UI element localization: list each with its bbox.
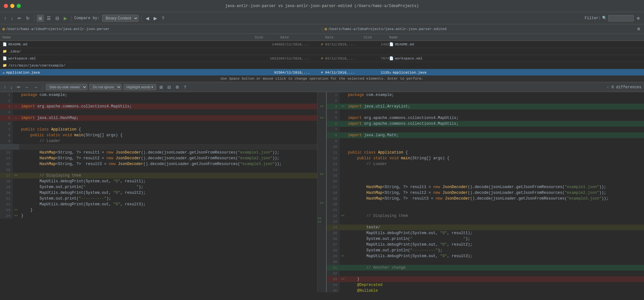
diff-help-btn[interactable]: ? xyxy=(182,84,187,90)
maximize-button[interactable] xyxy=(17,4,21,8)
line-gutter xyxy=(340,144,346,150)
gutter-line xyxy=(318,194,326,200)
line-content: HashMap<String, ?> result2 = new JsonDec… xyxy=(346,190,644,196)
filter-settings-button[interactable]: ⊕ xyxy=(635,15,641,21)
file-row-selected[interactable]: ☕ Application.java 925 04/11/2018,... ≠ … xyxy=(0,69,644,75)
list-view-btn[interactable]: ☰ xyxy=(45,15,52,22)
gutter-line xyxy=(318,121,326,127)
search-icon: 🔍 xyxy=(602,16,607,20)
line-gutter xyxy=(13,109,19,115)
compare-by-select[interactable]: Binary Content xyxy=(102,15,139,22)
ignore-selector[interactable]: Do not ignore xyxy=(89,84,122,90)
right-file-size: 1135 xyxy=(364,71,389,75)
line-number: 27 xyxy=(327,242,340,248)
filter-input[interactable] xyxy=(608,15,634,21)
diff-nav-up[interactable]: ↑ xyxy=(3,84,7,90)
line-number: 6 xyxy=(0,121,13,127)
file-row[interactable]: 📄 README.md 1406 02/11/2018,... ≠ 03/11/… xyxy=(0,41,644,48)
file-row[interactable]: 📁 .idea/ xyxy=(0,48,644,55)
refresh-button[interactable]: ↻ xyxy=(24,15,31,22)
line-number: 26 xyxy=(327,236,340,242)
close-button[interactable] xyxy=(4,4,8,8)
diff-grid-btn[interactable]: ⊟ xyxy=(166,84,172,90)
left-path-icon: ▤ xyxy=(3,27,5,31)
code-line-separator: · · · xyxy=(0,144,317,150)
diff-view-btn[interactable]: ⊞ xyxy=(37,15,44,22)
line-content: public static void main(String[] args) { xyxy=(19,132,317,138)
nav-down-button[interactable]: ↓ xyxy=(9,15,15,22)
code-line: 18 MapUtils.debugPrint(System.out, "0", … xyxy=(0,178,317,184)
line-number: 28 xyxy=(327,248,340,253)
col-left-name: Name xyxy=(3,36,255,39)
line-gutter xyxy=(340,271,346,276)
line-content xyxy=(346,219,644,225)
code-line: 23 >> } xyxy=(0,207,317,213)
minimize-button[interactable] xyxy=(10,4,14,8)
separator-1 xyxy=(34,15,34,21)
gutter-line xyxy=(318,189,326,194)
md-icon-right: 📄 xyxy=(389,42,394,46)
nav-up-button[interactable]: ↑ xyxy=(3,15,8,22)
line-content: HashMap<String, ?> result3 = new JsonDec… xyxy=(19,161,317,167)
code-line: 4 xyxy=(0,109,317,115)
highlight-label: Highlight words xyxy=(126,85,150,89)
diff-forward[interactable]: → xyxy=(32,84,39,90)
left-file-date: 04/11/2018,... xyxy=(280,57,319,60)
line-gutter xyxy=(340,138,346,144)
view-selector[interactable]: Side-by-side viewer xyxy=(46,84,87,90)
line-number: 17 xyxy=(0,173,13,178)
diff-area: 1 package com.example; 2 3 — import org.… xyxy=(0,92,644,292)
line-number: 6 xyxy=(327,121,340,127)
line-gutter xyxy=(340,127,346,132)
code-line: 26 System.out.println(" "); xyxy=(327,236,644,242)
file-row[interactable]: 📁 /src/main/java/com/example/ xyxy=(0,62,644,69)
code-line: 27 MapUtils.debugPrint(System.out, "0", … xyxy=(327,242,644,248)
line-number: 24 xyxy=(0,213,13,219)
diff-options-btn[interactable]: ⊞ xyxy=(158,84,164,90)
left-diff-panel[interactable]: 1 package com.example; 2 3 — import org.… xyxy=(0,92,317,292)
file-tree: Name Size Date Date Size Name 📄 README.m… xyxy=(0,34,644,75)
filter-area: Filter: 🔍 ⊕ xyxy=(585,15,641,21)
line-number: 30 xyxy=(327,259,340,265)
edit-button[interactable]: ✏ xyxy=(16,15,23,22)
code-line: 35 @Nullable xyxy=(327,288,644,292)
highlight-words-button[interactable]: Highlight words ▾ xyxy=(124,84,156,90)
help-button[interactable]: ? xyxy=(160,15,166,22)
line-number: 15 xyxy=(327,173,340,178)
line-content xyxy=(346,271,644,276)
prev-diff-button[interactable]: ◀ xyxy=(144,15,151,22)
line-number: 19 xyxy=(0,184,13,190)
diff-settings-btn[interactable]: ⚙ xyxy=(174,84,181,90)
right-path-settings-button[interactable]: ⊞ xyxy=(636,27,641,31)
line-number: 16 xyxy=(0,167,13,173)
merge-btn[interactable]: ▶ xyxy=(62,15,69,22)
right-file-name: ☕ Application.java xyxy=(389,70,641,75)
next-diff-button[interactable]: ▶ xyxy=(152,15,159,22)
diff-back[interactable]: ← xyxy=(24,84,30,90)
file-row[interactable]: 📄 workspace.xml 10131 04/11/2018,... ≠ 0… xyxy=(0,55,644,62)
line-gutter xyxy=(340,92,346,98)
line-number: 2 xyxy=(0,98,13,104)
line-gutter xyxy=(340,196,346,201)
right-diff-panel[interactable]: 1 package com.example; 2 3 << import jav… xyxy=(326,92,644,292)
line-number: 23 xyxy=(327,219,340,225)
col-date-right: Date xyxy=(325,36,364,39)
line-number: 9 xyxy=(0,138,13,144)
line-gutter xyxy=(340,201,346,207)
code-line: 18 HashMap<String, ?> result2 = new Json… xyxy=(327,190,644,196)
diff-nav-down[interactable]: ↓ xyxy=(9,84,14,90)
line-gutter xyxy=(340,190,346,196)
diff-edit[interactable]: ✏ xyxy=(16,84,22,90)
equalizer-btn[interactable]: ⊟ xyxy=(54,15,61,22)
diff-count: ✓ 6 differences xyxy=(607,85,641,90)
folder-icon: 📁 xyxy=(3,49,7,53)
line-content: MapUtils.debugPrint(System.out, "0", res… xyxy=(346,242,644,248)
line-content: public class Application { xyxy=(19,127,317,132)
code-line: 8 public static void main(String[] args)… xyxy=(0,132,317,138)
xml-icon-right: 📄 xyxy=(389,56,394,60)
line-number: 20 xyxy=(0,190,13,196)
code-line: 20 xyxy=(327,201,644,207)
code-line: 11 public class Application { xyxy=(327,150,644,155)
code-line: 4 xyxy=(327,109,644,115)
line-gutter: << xyxy=(340,253,346,259)
